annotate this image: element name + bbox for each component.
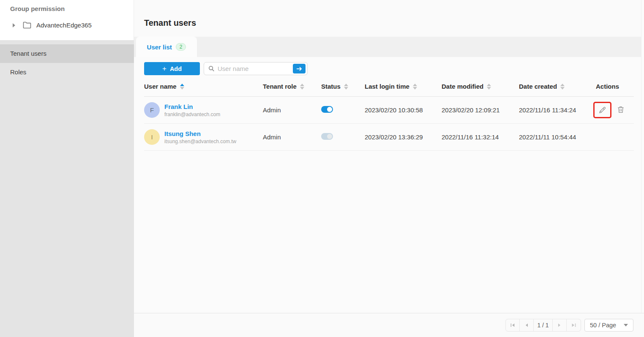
column-header-actions: Actions — [596, 83, 634, 90]
table-row: I Itsung Shen itsung.shen@advantech.com.… — [144, 124, 634, 151]
pencil-icon — [598, 106, 607, 114]
sort-icon[interactable] — [300, 84, 304, 90]
page-indicator: 1 / 1 — [534, 319, 553, 331]
status-toggle[interactable] — [321, 133, 333, 140]
status-toggle[interactable] — [321, 106, 333, 113]
next-page-button[interactable] — [553, 319, 567, 331]
table-row: F Frank Lin franklin@advantech.com Admin… — [144, 97, 634, 124]
search-input[interactable] — [218, 65, 293, 72]
page-header: Tenant users — [134, 0, 644, 37]
date-modified-cell: 2022/11/16 11:32:14 — [442, 133, 519, 141]
last-page-button[interactable] — [567, 319, 581, 331]
user-email: franklin@advantech.com — [164, 111, 220, 117]
avatar: F — [144, 102, 160, 118]
first-page-button[interactable] — [506, 319, 520, 331]
status-cell — [321, 133, 365, 141]
pager: 1 / 1 — [505, 319, 581, 332]
user-cell: I Itsung Shen itsung.shen@advantech.com.… — [144, 129, 263, 145]
delete-button[interactable] — [617, 105, 625, 114]
user-name-link[interactable]: Frank Lin — [164, 103, 220, 110]
user-email: itsung.shen@advantech.com.tw — [164, 139, 236, 144]
sidebar: Group permission AdvantechEdge365 Tenant… — [0, 0, 134, 337]
user-cell: F Frank Lin franklin@advantech.com — [144, 102, 263, 118]
sort-icon[interactable] — [560, 84, 565, 90]
group-permission-title: Group permission — [0, 5, 134, 12]
plus-icon: + — [162, 65, 166, 73]
tree-item-advantechedge365[interactable]: AdvantechEdge365 — [0, 22, 134, 29]
pagination-bar: 1 / 1 50 / Page — [134, 313, 644, 337]
sidebar-item-roles[interactable]: Roles — [0, 63, 134, 82]
page-size-value: 50 / Page — [590, 322, 616, 329]
date-modified-cell: 2023/02/20 12:09:21 — [442, 106, 519, 114]
table-header-row: User nameTenant roleStatusLast login tim… — [144, 76, 634, 97]
prev-page-button[interactable] — [520, 319, 534, 331]
add-button-label: Add — [170, 65, 182, 72]
column-header-last-login-time[interactable]: Last login time — [365, 83, 442, 90]
column-header-date-modified[interactable]: Date modified — [442, 83, 519, 90]
sidebar-menu: Tenant usersRoles — [0, 44, 134, 82]
column-header-status[interactable]: Status — [321, 83, 365, 90]
page-title: Tenant users — [144, 18, 196, 28]
sort-icon[interactable] — [487, 84, 491, 90]
edit-button[interactable] — [598, 106, 607, 114]
tab-content: + Add — [134, 57, 644, 313]
tab-user-list[interactable]: User list 2 — [136, 37, 197, 57]
search-box — [204, 62, 308, 75]
date-created-cell: 2022/11/11 10:54:44 — [519, 133, 596, 141]
user-count-badge: 2 — [176, 43, 186, 51]
arrow-right-icon — [296, 66, 302, 71]
tenant-role-cell: Admin — [263, 133, 321, 141]
table-body: F Frank Lin franklin@advantech.com Admin… — [144, 97, 634, 151]
sidebar-item-tenant-users[interactable]: Tenant users — [0, 44, 134, 63]
column-header-user-name[interactable]: User name — [144, 83, 263, 90]
column-header-date-created[interactable]: Date created — [519, 83, 596, 90]
page-size-select[interactable]: 50 / Page — [584, 319, 633, 332]
scrollbar[interactable] — [641, 0, 644, 313]
last-login-cell: 2023/02/20 10:30:58 — [365, 106, 442, 114]
search-icon — [208, 65, 215, 72]
column-header-tenant-role[interactable]: Tenant role — [263, 83, 321, 90]
highlight-box — [593, 102, 611, 118]
chevron-down-icon — [624, 324, 628, 326]
app-window: Group permission AdvantechEdge365 Tenant… — [0, 0, 644, 337]
main-panel: Tenant users User list 2 + Add — [134, 0, 644, 337]
tab-bar: User list 2 — [134, 37, 644, 57]
toolbar: + Add — [134, 57, 644, 75]
expand-caret-icon[interactable] — [13, 23, 15, 27]
date-created-cell: 2022/11/16 11:34:24 — [519, 106, 596, 114]
group-permission-section: Group permission AdvantechEdge365 — [0, 0, 134, 40]
user-name-link[interactable]: Itsung Shen — [164, 130, 236, 137]
last-login-cell: 2023/02/20 13:36:29 — [365, 133, 442, 141]
avatar: I — [144, 129, 160, 145]
sort-icon[interactable] — [180, 84, 184, 90]
tenant-role-cell: Admin — [263, 106, 321, 114]
add-button[interactable]: + Add — [144, 62, 200, 75]
status-cell — [321, 106, 365, 114]
folder-icon — [23, 22, 31, 29]
actions-cell — [593, 102, 634, 118]
sort-icon[interactable] — [413, 84, 417, 90]
tab-user-list-label: User list — [147, 43, 172, 51]
trash-icon — [617, 105, 625, 114]
search-submit-button[interactable] — [293, 64, 306, 73]
sort-icon[interactable] — [344, 84, 348, 90]
users-table: User nameTenant roleStatusLast login tim… — [134, 76, 644, 151]
tree-item-label: AdvantechEdge365 — [36, 22, 92, 29]
